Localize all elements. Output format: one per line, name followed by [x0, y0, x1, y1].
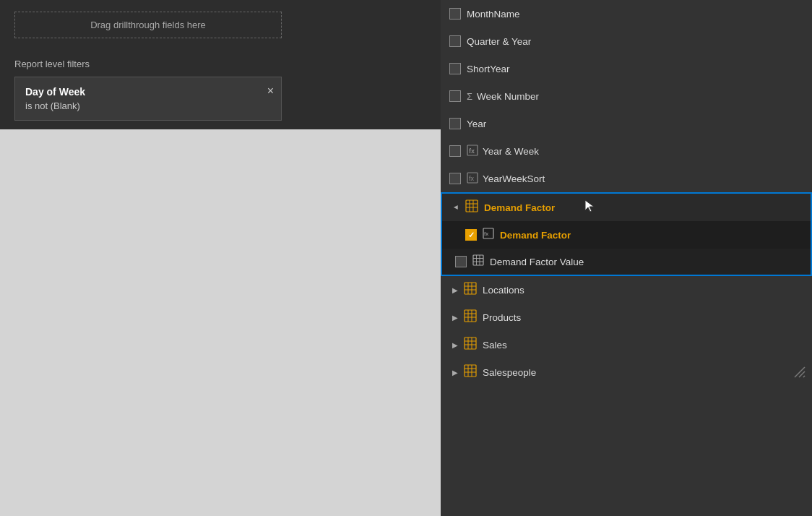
svg-rect-31 — [465, 365, 476, 377]
table-icon-demand-factor — [465, 199, 478, 215]
field-row-year[interactable]: Year — [441, 110, 812, 137]
filter-card-title: Day of Week — [25, 86, 271, 98]
svg-line-36 — [795, 367, 805, 377]
field-label-month-name: MonthName — [467, 9, 520, 20]
checkbox-year-week[interactable] — [449, 145, 461, 157]
calc-icon-year-week: fx — [467, 145, 478, 158]
field-label-year-week: Year & Week — [483, 146, 539, 157]
bottom-area — [0, 129, 441, 516]
report-filters-section: Report level filters Day of Week is not … — [0, 50, 441, 129]
field-row-locations[interactable]: ▶ Locations — [441, 276, 812, 304]
expand-icon-locations[interactable]: ▶ — [449, 284, 461, 296]
field-row-sales[interactable]: ▶ Sales — [441, 331, 812, 358]
field-label-products: Products — [483, 312, 521, 323]
filter-card: Day of Week is not (Blank) × — [14, 77, 282, 121]
report-filters-label: Report level filters — [14, 59, 426, 69]
filter-card-close-button[interactable]: × — [267, 85, 274, 98]
calc-icon-year-week-sort: fx — [467, 172, 478, 185]
table-icon-demand-factor-value — [472, 254, 484, 269]
expand-icon-salespeople[interactable]: ▶ — [449, 366, 461, 378]
field-row-year-week-sort[interactable]: fx YearWeekSort — [441, 165, 812, 192]
cursor-position — [584, 199, 595, 216]
checkbox-week-number[interactable] — [449, 90, 461, 102]
field-label-quarter-year: Quarter & Year — [467, 36, 531, 47]
field-label-demand-factor-parent: Demand Factor — [484, 202, 555, 213]
checkbox-quarter-year[interactable] — [449, 35, 461, 47]
field-label-salespeople: Salespeople — [483, 367, 536, 378]
checkbox-demand-factor-value[interactable] — [455, 256, 467, 267]
field-label-year-week-sort: YearWeekSort — [483, 173, 545, 184]
expand-icon-products[interactable]: ▶ — [449, 311, 461, 323]
field-row-demand-factor-child1[interactable]: fx Demand Factor — [441, 221, 812, 249]
svg-rect-21 — [465, 310, 476, 322]
field-row-products[interactable]: ▶ Products — [441, 304, 812, 331]
field-row-salespeople[interactable]: ▶ Salespeople — [441, 358, 812, 386]
svg-rect-26 — [465, 337, 476, 349]
table-icon-salespeople — [464, 364, 477, 380]
field-label-demand-factor-child1: Demand Factor — [500, 230, 571, 241]
expand-icon-demand-factor[interactable]: ▼ — [451, 202, 462, 213]
right-panel[interactable]: MonthName Quarter & Year ShortYear Σ Wee… — [441, 0, 812, 516]
field-label-week-number: Week Number — [477, 91, 539, 102]
svg-line-38 — [803, 376, 805, 377]
svg-rect-4 — [466, 200, 478, 212]
field-label-locations: Locations — [483, 285, 524, 296]
expand-icon-sales[interactable]: ▶ — [449, 339, 461, 351]
svg-text:fx: fx — [469, 175, 475, 182]
corner-handle-icon — [792, 364, 808, 383]
field-label-year: Year — [467, 119, 486, 129]
field-row-week-number[interactable]: Σ Week Number — [441, 82, 812, 110]
checkbox-demand-factor-child1[interactable] — [465, 229, 477, 241]
field-row-demand-factor-value[interactable]: Demand Factor Value — [441, 249, 812, 276]
svg-text:fx: fx — [469, 147, 475, 155]
table-icon-sales — [464, 337, 477, 353]
field-row-quarter-year[interactable]: Quarter & Year — [441, 27, 812, 55]
field-row-demand-factor-parent[interactable]: ▼ Demand Factor — [441, 192, 812, 221]
drillthrough-drop-zone[interactable]: Drag drillthrough fields here — [14, 12, 282, 38]
sigma-icon: Σ — [467, 91, 472, 102]
table-icon-products — [464, 309, 477, 325]
field-row-month-name[interactable]: MonthName — [441, 0, 812, 27]
svg-rect-11 — [473, 255, 483, 265]
calc-icon-demand-factor-child1: fx — [483, 228, 494, 242]
filter-card-subtitle: is not (Blank) — [25, 100, 271, 111]
checkbox-year-week-sort[interactable] — [449, 173, 461, 184]
drillthrough-area: Drag drillthrough fields here — [0, 0, 441, 50]
checkbox-year[interactable] — [449, 118, 461, 129]
field-row-short-year[interactable]: ShortYear — [441, 55, 812, 82]
left-panel: Drag drillthrough fields here Report lev… — [0, 0, 441, 516]
checkbox-month-name[interactable] — [449, 8, 461, 20]
field-label-demand-factor-value: Demand Factor Value — [490, 257, 584, 267]
svg-rect-16 — [465, 283, 476, 294]
field-row-year-week[interactable]: fx Year & Week — [441, 137, 812, 165]
table-icon-locations — [464, 282, 477, 298]
field-label-sales: Sales — [483, 340, 507, 351]
svg-text:fx: fx — [484, 231, 488, 237]
field-label-short-year: ShortYear — [467, 64, 510, 74]
checkbox-short-year[interactable] — [449, 63, 461, 74]
